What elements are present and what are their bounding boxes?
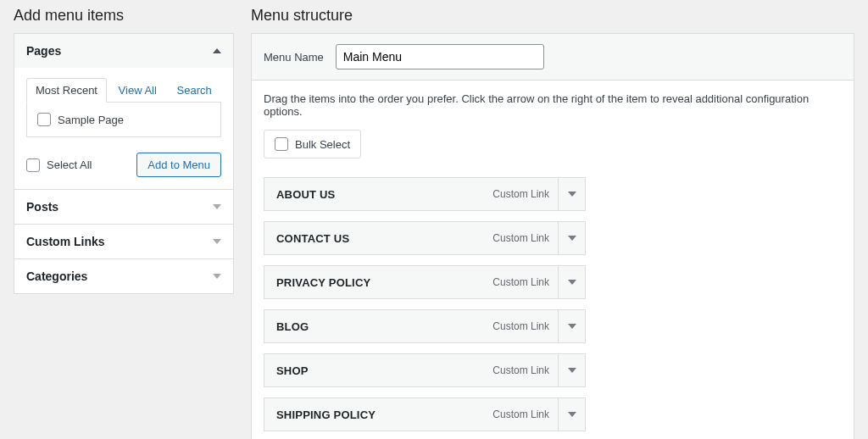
select-all-checkbox[interactable] (26, 158, 40, 172)
menu-items-list: ABOUT US Custom Link CONTACT US Custom L… (264, 177, 586, 431)
menu-item-toggle[interactable] (558, 222, 585, 254)
tab-search[interactable]: Search (169, 79, 220, 102)
menu-item-type: Custom Link (492, 276, 558, 288)
menu-item-toggle[interactable] (558, 266, 585, 298)
menu-item-type: Custom Link (492, 408, 558, 420)
chevron-up-icon (213, 48, 221, 53)
tab-most-recent[interactable]: Most Recent (26, 78, 107, 103)
accordion-label: Custom Links (26, 235, 105, 248)
accordion-pages[interactable]: Pages Most Recent View All Search Sample… (14, 34, 233, 189)
menu-item[interactable]: CONTACT US Custom Link (264, 221, 586, 255)
menu-item[interactable]: ABOUT US Custom Link (264, 177, 586, 211)
menu-item-title: SHOP (264, 364, 492, 377)
menu-item-toggle[interactable] (558, 178, 585, 210)
menu-item-title: BLOG (264, 320, 492, 333)
chevron-down-icon (568, 280, 576, 285)
menu-item-title: PRIVACY POLICY (264, 276, 492, 289)
menu-item-toggle[interactable] (558, 310, 585, 342)
chevron-down-icon (568, 236, 576, 241)
select-all-row[interactable]: Select All (26, 158, 92, 172)
menu-panel: Menu Name Drag the items into the order … (251, 33, 854, 439)
menu-hint: Drag the items into the order you prefer… (264, 92, 842, 118)
accordion-label: Posts (26, 200, 58, 214)
bulk-select-top[interactable]: Bulk Select (264, 130, 361, 158)
menu-name-input[interactable] (336, 44, 544, 69)
menu-item-type: Custom Link (492, 364, 558, 376)
menu-item-title: CONTACT US (264, 232, 492, 245)
pages-tabs: Most Recent View All Search (26, 78, 221, 103)
accordion-label: Pages (26, 44, 61, 58)
accordion-body: Most Recent View All Search Sample Page (14, 68, 233, 189)
bulk-select-checkbox[interactable] (275, 137, 288, 151)
menu-item[interactable]: PRIVACY POLICY Custom Link (264, 265, 586, 299)
chevron-down-icon (213, 204, 221, 209)
accordion-posts[interactable]: Posts (14, 189, 233, 224)
page-checkbox[interactable] (37, 113, 51, 126)
chevron-down-icon (568, 368, 576, 373)
menu-item[interactable]: SHOP Custom Link (264, 353, 586, 387)
add-to-menu-button[interactable]: Add to Menu (136, 153, 221, 177)
accordion-custom-links[interactable]: Custom Links (14, 224, 233, 258)
add-items-accordion: Pages Most Recent View All Search Sample… (14, 33, 234, 294)
menu-item-title: SHIPPING POLICY (264, 408, 492, 421)
page-item-sample[interactable]: Sample Page (37, 113, 210, 126)
accordion-label: Categories (26, 270, 87, 283)
menu-header: Menu Name (252, 34, 854, 81)
page-label: Sample Page (58, 114, 124, 126)
menu-item-type: Custom Link (492, 188, 558, 200)
menu-item-type: Custom Link (492, 232, 558, 244)
chevron-down-icon (213, 239, 221, 244)
menu-item-title: ABOUT US (264, 188, 492, 201)
accordion-categories[interactable]: Categories (14, 258, 233, 293)
menu-item[interactable]: BLOG Custom Link (264, 309, 586, 343)
menu-name-label: Menu Name (264, 51, 324, 64)
chevron-down-icon (568, 412, 576, 417)
select-all-label: Select All (47, 158, 92, 171)
menu-item-toggle[interactable] (558, 354, 585, 386)
menu-item-type: Custom Link (492, 320, 558, 332)
menu-structure-title: Menu structure (251, 7, 854, 25)
chevron-down-icon (568, 192, 576, 197)
menu-item[interactable]: SHIPPING POLICY Custom Link (264, 397, 586, 431)
add-menu-items-title: Add menu items (14, 7, 234, 25)
chevron-down-icon (213, 274, 221, 279)
bulk-select-label: Bulk Select (295, 138, 350, 151)
chevron-down-icon (568, 324, 576, 329)
menu-item-toggle[interactable] (558, 398, 585, 431)
tab-view-all[interactable]: View All (110, 79, 165, 102)
